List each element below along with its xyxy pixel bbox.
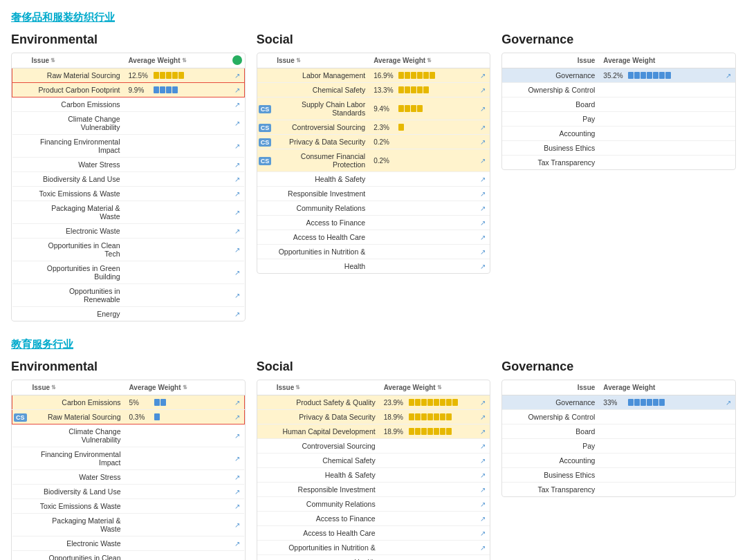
table-row: Water Stress ↗ — [12, 158, 245, 172]
table-row: Climate Change Vulnerability ↗ — [12, 112, 245, 135]
industry1-environmental-panel: Environmental Issue ⇅ Average Weight ⇅ — [11, 32, 246, 321]
table-row: CS Supply Chain Labor Standards 9.4% ↗ — [257, 97, 490, 120]
industry1-env-header: Environmental — [11, 32, 246, 47]
industry2-environmental-panel: Environmental Issue ⇅ Average Weight ⇅ — [11, 360, 246, 560]
table-row: CS Privacy & Data Security 0.2% ↗ — [257, 135, 490, 149]
table-row: Financing Environmental Impact ↗ — [12, 447, 245, 470]
table-row: CS Controversial Sourcing 2.3% ↗ — [257, 120, 490, 135]
table-row: Packaging Material & Waste ↗ — [12, 514, 245, 536]
table-row: Product Carbon Footprint 9.9% — [12, 83, 245, 97]
industry2-social-panel: Social Issue ⇅ Average Weight ⇅ — [257, 360, 491, 560]
table-row: Ownership & Control — [502, 410, 735, 424]
table-row: Raw Material Sourcing 12.5% — [12, 68, 245, 83]
env2-col-weight: Average Weight ⇅ — [125, 380, 230, 395]
table-row: Carbon Emissions 5% ↗ — [12, 395, 245, 410]
table-row: Health ↗ — [257, 259, 490, 274]
table-row: Electronic Waste ↗ — [12, 536, 245, 551]
env2-col-issue: Issue ⇅ — [28, 380, 125, 395]
table-row: Energy ↗ — [12, 307, 245, 321]
industry1-social-table: Issue ⇅ Average Weight ⇅ Labor Managemen… — [257, 53, 491, 274]
table-row: Governance 35.2% ↗ — [502, 68, 735, 83]
table-row: Accounting — [502, 454, 735, 468]
table-row: Privacy & Data Security 18.9% ↗ — [257, 410, 490, 424]
table-row: Biodiversity & Land Use ↗ — [12, 485, 245, 499]
soc1-col-issue: Issue ⇅ — [273, 53, 369, 68]
gov1-col-weight: Average Weight — [599, 53, 735, 68]
table-row: Ownership & Control — [502, 83, 735, 97]
table-row: Tax Transparency — [502, 156, 735, 170]
table-row: Health ↗ — [257, 555, 490, 561]
table-row: Responsible Investment ↗ — [257, 187, 490, 201]
table-row: Accounting — [502, 127, 735, 141]
industry2-env-header: Environmental — [11, 360, 246, 374]
gov2-col-issue: Issue — [502, 380, 599, 395]
table-row: Opportunities in Nutrition & ↗ — [257, 541, 490, 555]
table-row: CS Raw Material Sourcing 0.3% ↗ — [12, 410, 245, 424]
env1-col-issue: Issue ⇅ — [28, 53, 124, 68]
industry2-governance-panel: Governance Issue Average Weight Governan… — [501, 360, 736, 560]
table-row: Electronic Waste ↗ — [12, 224, 245, 239]
soc2-col-issue: Issue ⇅ — [273, 380, 380, 395]
table-row: Carbon Emissions ↗ — [12, 97, 245, 112]
table-row: Community Relations ↗ — [257, 201, 490, 216]
table-row: Product Safety & Quality 23.9% ↗ — [257, 395, 490, 410]
env1-col-weight: Average Weight ⇅ — [124, 53, 230, 68]
industry2-gov-header: Governance — [501, 360, 736, 374]
env1-status-dot — [232, 55, 242, 65]
table-row: Health & Safety ↗ — [257, 468, 490, 483]
table-row: CS Consumer Financial Protection 0.2% ↗ — [257, 149, 490, 172]
industry1-title: 奢侈品和服装纺织行业 — [11, 11, 736, 24]
industry1-gov-table: Issue Average Weight Governance 35.2% ↗ … — [501, 53, 736, 170]
industry1-env-table: Issue ⇅ Average Weight ⇅ Raw M — [11, 53, 246, 321]
industry1-social-panel: Social Issue ⇅ Average Weight ⇅ — [257, 32, 491, 321]
table-row: Financing Environmental Impact ↗ — [12, 135, 245, 158]
table-row: Business Ethics — [502, 141, 735, 156]
table-row: Pay — [502, 439, 735, 454]
table-row: Packaging Material & Waste ↗ — [12, 201, 245, 224]
table-row: Opportunities in Nutrition & ↗ — [257, 245, 490, 259]
table-row: Water Stress ↗ — [12, 470, 245, 485]
table-row: Labor Management 16.9% ↗ — [257, 68, 490, 83]
table-row: Access to Finance ↗ — [257, 216, 490, 230]
table-row: Chemical Safety 13.3% ↗ — [257, 83, 490, 97]
table-row: Board — [502, 424, 735, 439]
table-row: Opportunities in Renewable ↗ — [12, 284, 245, 307]
industry2-gov-table: Issue Average Weight Governance 33% ↗ Ow… — [501, 380, 736, 497]
industry2-grid: Environmental Issue ⇅ Average Weight ⇅ — [11, 360, 736, 560]
industry2-social-table: Issue ⇅ Average Weight ⇅ Product Safety … — [257, 380, 491, 560]
table-row: Governance 33% ↗ — [502, 395, 735, 410]
industry2-title: 教育服务行业 — [11, 338, 736, 351]
table-row: Opportunities in Clean Tech ↗ — [12, 551, 245, 561]
table-row: Access to Finance ↗ — [257, 512, 490, 526]
table-row: Community Relations ↗ — [257, 497, 490, 512]
table-row: Responsible Investment ↗ — [257, 483, 490, 497]
table-row: Climate Change Vulnerability ↗ — [12, 424, 245, 447]
table-row: Pay — [502, 112, 735, 127]
table-row: Access to Health Care ↗ — [257, 526, 490, 541]
industry1-gov-header: Governance — [501, 32, 736, 47]
link-icon[interactable]: ↗ — [230, 83, 245, 97]
industry2-env-table: Issue ⇅ Average Weight ⇅ Carbon Emission… — [11, 380, 246, 560]
table-row: Controversial Sourcing ↗ — [257, 439, 490, 454]
table-row: Board — [502, 97, 735, 112]
gov2-col-weight: Average Weight — [599, 380, 735, 395]
table-row: Chemical Safety ↗ — [257, 454, 490, 468]
link-icon[interactable]: ↗ — [230, 68, 245, 83]
table-row: Tax Transparency — [502, 483, 735, 497]
table-row: Human Capital Development 18.9% ↗ — [257, 424, 490, 439]
table-row: Opportunities in Clean Tech ↗ — [12, 239, 245, 261]
industry2-social-header: Social — [257, 360, 491, 374]
table-row: Toxic Emissions & Waste ↗ — [12, 187, 245, 201]
table-row: Biodiversity & Land Use ↗ — [12, 172, 245, 187]
soc1-col-weight: Average Weight ⇅ — [369, 53, 476, 68]
table-row: Business Ethics — [502, 468, 735, 483]
industry1-governance-panel: Governance Issue Average Weight Governan… — [501, 32, 736, 321]
table-row: Health & Safety ↗ — [257, 172, 490, 187]
table-row: Opportunities in Green Building ↗ — [12, 261, 245, 284]
industry1-grid: Environmental Issue ⇅ Average Weight ⇅ — [11, 32, 736, 321]
table-row: Toxic Emissions & Waste ↗ — [12, 499, 245, 514]
table-row: Access to Health Care ↗ — [257, 230, 490, 245]
soc2-col-weight: Average Weight ⇅ — [380, 380, 477, 395]
gov1-col-issue: Issue — [502, 53, 599, 68]
industry1-social-header: Social — [257, 32, 491, 47]
